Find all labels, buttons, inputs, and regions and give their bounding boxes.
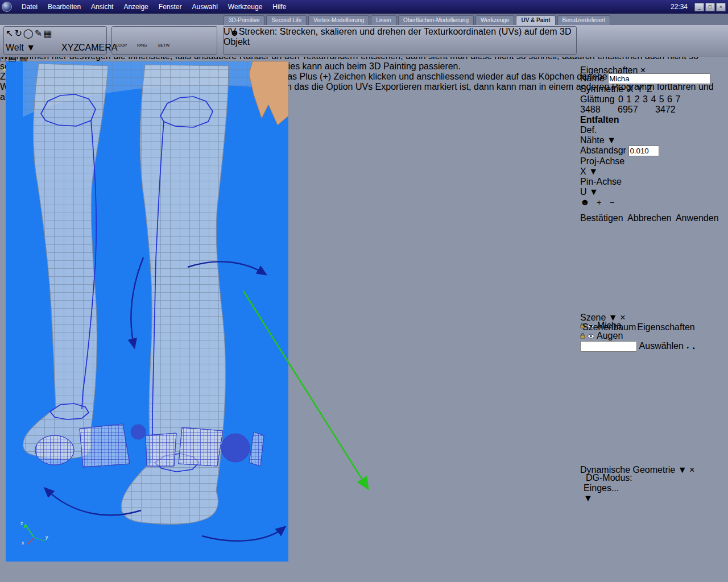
tab-linien[interactable]: Linien xyxy=(371,15,396,25)
menu-auswahl[interactable]: Auswahl xyxy=(187,3,222,11)
chevron-down-icon[interactable]: ▼ xyxy=(589,187,598,197)
name-row: Name xyxy=(580,73,722,84)
toolbar-group-uv: ☻ UV Strecken: Strecken, skalieren und d… xyxy=(223,26,577,55)
lock-icon[interactable] xyxy=(580,333,585,339)
pin-achse-label: Pin-Achse xyxy=(580,177,622,186)
minus-button[interactable]: − xyxy=(610,198,614,207)
tab-oberflaechen-modellierung[interactable]: Oberflächen-Modellierung xyxy=(398,15,474,25)
glaettung-7-button[interactable]: 7 xyxy=(675,94,680,104)
grid-tool-icon[interactable]: ▦ xyxy=(43,28,52,39)
dg-modus-row: DG-Modus: Einges... ▼ xyxy=(580,473,722,514)
glaettung-3-button[interactable]: 3 xyxy=(643,94,648,104)
counts-row: 3488 6957 3472 xyxy=(580,105,722,115)
select-down-icon[interactable]: ▼ xyxy=(686,346,689,350)
glaettung-label: Glättung xyxy=(580,94,614,104)
glaettung-1-button[interactable]: 1 xyxy=(626,94,631,104)
chevron-down-icon[interactable]: ▼ xyxy=(26,43,35,52)
axis-gizmo: z y x xyxy=(19,518,50,546)
symmetrie-y-button[interactable]: Y xyxy=(637,84,643,94)
def-row: Def. Nähte ▼ xyxy=(580,125,722,146)
eye-icon[interactable] xyxy=(588,334,594,339)
clock: 22:34 xyxy=(671,3,694,11)
face-count: 3472 xyxy=(655,105,676,114)
szene-tabs: Szenenbaum Eigenschaften xyxy=(582,322,695,332)
scene-search-field[interactable] xyxy=(580,341,637,352)
symmetrie-x-button[interactable]: X xyxy=(627,84,634,94)
def-dropdown-value: Nähte xyxy=(580,135,605,145)
symmetrie-z-button[interactable]: Z xyxy=(647,84,652,94)
tab-benutzerdefiniert[interactable]: Benutzerdefiniert xyxy=(557,15,611,25)
menu-anzeige[interactable]: Anzeige xyxy=(118,3,153,11)
menu-fenster[interactable]: Fenster xyxy=(154,3,187,11)
close-icon[interactable]: × xyxy=(716,3,726,11)
proj-achse-dropdown[interactable]: X ▼ xyxy=(580,167,623,177)
menu-ansicht[interactable]: Ansicht xyxy=(86,3,118,11)
anwenden-button[interactable]: Anwenden xyxy=(676,213,719,223)
select-up-icon[interactable]: ▲ xyxy=(692,346,696,350)
proj-achse-row: Proj-Achse X ▼ xyxy=(580,156,722,177)
menu-bearbeiten[interactable]: Bearbeiten xyxy=(43,3,86,11)
bestaetigen-button[interactable]: Bestätigen xyxy=(580,213,623,223)
symmetrie-row: Symmetrie X Y Z xyxy=(580,84,722,94)
uv-islands[interactable] xyxy=(33,255,266,469)
dynamische-geometrie-panel: DG-Modus: Einges... ▼ xyxy=(580,473,722,559)
chevron-down-icon[interactable]: ▼ xyxy=(607,135,616,145)
tab-vertex-modellierung[interactable]: Vertex-Modellierung xyxy=(308,15,369,25)
sphere-tool-icon[interactable]: ◯ xyxy=(23,28,34,39)
menu-werkzeuge[interactable]: Werkzeuge xyxy=(223,3,267,11)
glaettung-2-button[interactable]: 2 xyxy=(635,94,640,104)
head-preview-icon[interactable]: ☻ xyxy=(580,197,590,207)
name-field[interactable] xyxy=(608,73,710,84)
abstandsgr-row: Abstandsgr xyxy=(580,146,722,156)
tab-szenenbaum[interactable]: Szenenbaum xyxy=(582,322,636,332)
entfalten-row[interactable]: Entfalten xyxy=(580,115,722,125)
def-dropdown[interactable]: Nähte ▼ xyxy=(580,135,623,146)
app-logo-icon[interactable] xyxy=(2,2,12,12)
tab-3d-primitive[interactable]: 3D-Primitive xyxy=(224,15,264,25)
eigenschaften-panel: Name Symmetrie X Y Z Glättung 0 1 2 3 4 … xyxy=(580,73,722,307)
betw-button[interactable]: BETW xyxy=(158,43,177,51)
auswaehlen-row: Auswählen ▼ ▲ xyxy=(580,341,722,352)
window-controls: _ □ × xyxy=(694,3,728,11)
tool-status-text: UV Strecken: Strecken, skalieren und dre… xyxy=(224,27,572,47)
abstandsgr-field[interactable] xyxy=(628,146,659,156)
rotate-tool-icon[interactable]: ↻ xyxy=(14,28,22,39)
camera-button[interactable]: CAMERA xyxy=(78,43,106,53)
tab-second-life[interactable]: Second Life xyxy=(266,15,307,25)
toolbar: ↖ ↻ ◯ ✎ ▦ Welt ▼ XYZ CAMERA xyxy=(0,25,728,57)
select-tool-icon[interactable]: ↖ xyxy=(6,28,13,39)
minimize-icon[interactable]: _ xyxy=(694,3,704,11)
dg-modus-dropdown[interactable]: Einges... ▼ xyxy=(584,483,626,504)
xyz-button[interactable]: XYZ xyxy=(61,43,77,53)
pen-tool-icon[interactable]: ✎ xyxy=(35,28,42,39)
abbrechen-button[interactable]: Abbrechen xyxy=(627,213,671,223)
axis-z-label: z xyxy=(20,521,23,526)
ring-button[interactable]: RING xyxy=(137,43,156,51)
glaettung-4-button[interactable]: 4 xyxy=(651,94,656,104)
tab-uv-paint[interactable]: UV & Paint xyxy=(516,15,555,25)
head-glyph: ☻ xyxy=(230,28,239,38)
maximize-icon[interactable]: □ xyxy=(705,3,715,11)
chevron-down-icon[interactable]: ▼ xyxy=(589,167,598,176)
head-preview-icon[interactable]: ☻ xyxy=(230,28,239,38)
tool-status-bar: UV Strecken: Strecken, skalieren und dre… xyxy=(224,27,574,47)
pin-achse-dropdown[interactable]: U ▼ xyxy=(580,187,623,197)
glaettung-5-button[interactable]: 5 xyxy=(659,94,664,104)
ribbon-tabrow: 3D-Primitive Second Life Vertex-Modellie… xyxy=(0,14,728,25)
axis-y-label: y xyxy=(46,534,48,540)
vertex-count: 3488 xyxy=(580,105,601,114)
welt-dropdown[interactable]: Welt ▼ xyxy=(6,43,60,53)
plus-button[interactable]: + xyxy=(597,198,601,207)
tab-werkzeuge[interactable]: Werkzeuge xyxy=(475,15,514,25)
confirm-row: Bestätigen Abbrechen Anwenden xyxy=(580,213,722,223)
menu-hilfe[interactable]: Hilfe xyxy=(267,3,291,11)
tab-szene-eigenschaften[interactable]: Eigenschaften xyxy=(637,322,694,332)
chevron-down-icon[interactable]: ▼ xyxy=(584,493,593,503)
entfalten-label: Entfalten xyxy=(580,115,619,124)
glaettung-6-button[interactable]: 6 xyxy=(667,94,672,104)
glaettung-0-button[interactable]: 0 xyxy=(618,94,623,104)
loop-button[interactable]: LOOP xyxy=(116,43,135,51)
auswaehlen-button[interactable]: Auswählen xyxy=(639,341,684,351)
toolbar-group-loop: LOOP RING BETW xyxy=(111,26,217,55)
menu-datei[interactable]: Datei xyxy=(16,3,43,11)
